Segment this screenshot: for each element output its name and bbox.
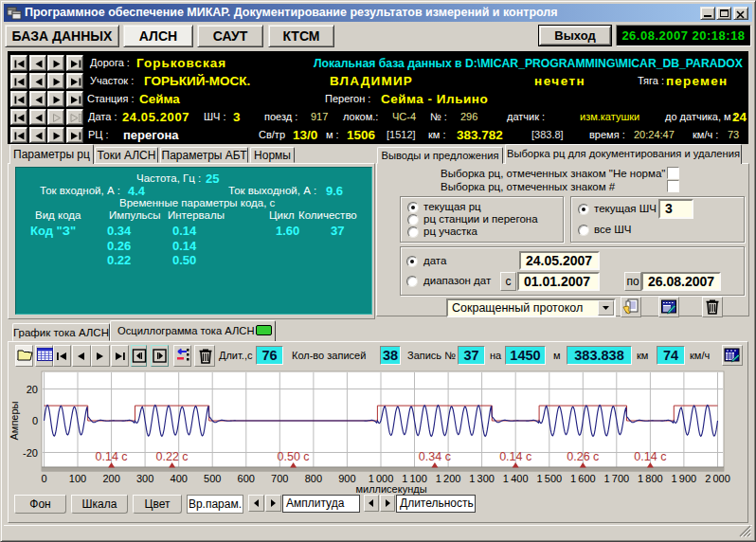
svg-text:1 500: 1 500	[536, 473, 562, 484]
svg-text:900: 900	[338, 473, 355, 484]
svg-text:0.26 с: 0.26 с	[567, 450, 599, 463]
svg-text:0.14 с: 0.14 с	[96, 450, 128, 463]
svg-text:0.34 с: 0.34 с	[419, 450, 451, 463]
svg-text:200: 200	[102, 473, 119, 484]
svg-text:2 000: 2 000	[705, 473, 730, 484]
svg-text:миллисекунды: миллисекунды	[355, 483, 426, 495]
svg-text:1 700: 1 700	[603, 473, 629, 484]
svg-text:0.14 с: 0.14 с	[634, 450, 666, 463]
svg-text:-20: -20	[23, 447, 38, 459]
svg-text:1 400: 1 400	[503, 473, 529, 484]
svg-text:300: 300	[136, 473, 153, 484]
svg-text:700: 700	[271, 473, 288, 484]
svg-text:1 200: 1 200	[436, 473, 461, 484]
svg-text:0.50 с: 0.50 с	[278, 450, 310, 463]
svg-text:1 600: 1 600	[570, 473, 596, 484]
svg-text:Амперы: Амперы	[9, 401, 20, 440]
svg-text:400: 400	[171, 473, 188, 484]
svg-text:600: 600	[238, 473, 255, 484]
svg-text:0.14 с: 0.14 с	[499, 450, 531, 463]
svg-text:1 300: 1 300	[469, 473, 495, 484]
svg-text:0: 0	[32, 415, 38, 426]
svg-text:1 800: 1 800	[638, 473, 663, 484]
svg-text:0.22 с: 0.22 с	[156, 450, 189, 463]
svg-text:0: 0	[41, 473, 46, 484]
svg-text:800: 800	[305, 473, 322, 484]
svg-text:500: 500	[204, 473, 221, 484]
svg-text:100: 100	[69, 473, 86, 484]
svg-text:20: 20	[27, 384, 38, 395]
svg-text:1 900: 1 900	[672, 473, 697, 484]
